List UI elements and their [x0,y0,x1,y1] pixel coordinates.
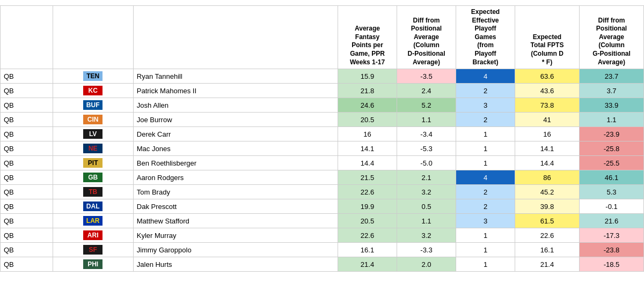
cell-player: Joe Burrow [133,113,338,127]
cell-diff-pos: -5.3 [397,141,456,156]
cell-exp-total: 16.1 [515,243,580,257]
cell-avg: 14.4 [338,156,397,170]
cell-exp-games: 2 [456,199,515,214]
table-row: QBDALDak Prescott19.90.5239.8-0.1 [1,199,644,214]
cell-team: GB [53,170,133,185]
cell-position: QB [1,243,53,257]
team-badge: TEN [83,71,103,81]
cell-diff-g: 5.3 [580,185,644,199]
cell-diff-pos: 1.1 [397,214,456,228]
table-row: QBTENRyan Tannehill15.9-3.5463.623.7 [1,69,644,84]
cell-team: PIT [53,156,133,170]
cell-diff-pos: -3.3 [397,243,456,257]
cell-player: Derek Carr [133,127,338,141]
cell-diff-pos: 1.1 [397,113,456,127]
cell-player: Tom Brady [133,185,338,199]
team-badge: BUF [83,100,103,110]
cell-exp-games: 1 [456,141,515,156]
main-container: AverageFantasyPoints perGame, PPRWeeks 1… [0,0,644,277]
cell-diff-pos: 3.2 [397,185,456,199]
cell-diff-pos: -3.5 [397,69,456,84]
header-position [1,6,53,69]
team-badge: PHI [83,259,103,269]
cell-position: QB [1,98,53,113]
cell-position: QB [1,257,53,272]
cell-avg: 21.4 [338,257,397,272]
table-row: QBLVDerek Carr16-3.4116-23.9 [1,127,644,141]
team-badge: NE [83,144,103,153]
cell-player: Dak Prescott [133,199,338,214]
cell-diff-pos: 0.5 [397,199,456,214]
header-diff-pos: Diff fromPositionalAverage(ColumnD-Posit… [397,6,456,69]
cell-exp-total: 39.8 [515,199,580,214]
cell-diff-g: 3.7 [580,84,644,98]
cell-exp-games: 1 [456,243,515,257]
cell-exp-total: 22.6 [515,228,580,243]
cell-exp-games: 3 [456,214,515,228]
cell-avg: 24.6 [338,98,397,113]
cell-player: Matthew Stafford [133,214,338,228]
team-badge: KC [83,86,103,95]
cell-position: QB [1,156,53,170]
cell-player: Kyler Murray [133,228,338,243]
cell-position: QB [1,185,53,199]
header-exp-total: ExpectedTotal FPTS(Column D* F) [515,6,580,69]
cell-diff-g: 23.7 [580,69,644,84]
cell-avg: 22.6 [338,228,397,243]
cell-exp-games: 2 [456,185,515,199]
cell-team: LV [53,127,133,141]
cell-avg: 19.9 [338,199,397,214]
cell-exp-total: 14.1 [515,141,580,156]
team-badge: ARI [83,230,103,240]
table-row: QBGBAaron Rodgers21.52.148646.1 [1,170,644,185]
cell-exp-total: 63.6 [515,69,580,84]
cell-player: Aaron Rodgers [133,170,338,185]
team-badge: CIN [83,115,103,124]
cell-diff-pos: 5.2 [397,98,456,113]
cell-team: PHI [53,257,133,272]
cell-exp-games: 2 [456,84,515,98]
cell-diff-g: 21.6 [580,214,644,228]
table-row: QBPHIJalen Hurts21.42.0121.4-18.5 [1,257,644,272]
cell-team: ARI [53,228,133,243]
table-row: QBARIKyler Murray22.63.2122.6-17.3 [1,228,644,243]
cell-diff-g: 33.9 [580,98,644,113]
cell-exp-games: 1 [456,127,515,141]
cell-diff-pos: 2.0 [397,257,456,272]
cell-position: QB [1,141,53,156]
header-exp-games: ExpectedEffectivePlayoffGames(fromPlayof… [456,6,515,69]
cell-team: KC [53,84,133,98]
cell-exp-total: 41 [515,113,580,127]
cell-team: NE [53,141,133,156]
cell-diff-pos: -3.4 [397,127,456,141]
cell-avg: 20.5 [338,113,397,127]
cell-team: TB [53,185,133,199]
cell-exp-games: 1 [456,156,515,170]
header-diff-g: Diff fromPositionalAverage(ColumnG-Posit… [580,6,644,69]
cell-avg: 21.8 [338,84,397,98]
cell-team: BUF [53,98,133,113]
cell-player: Jimmy Garoppolo [133,243,338,257]
cell-team: CIN [53,113,133,127]
team-badge: LV [83,129,103,139]
table-row: QBNEMac Jones14.1-5.3114.1-25.8 [1,141,644,156]
cell-exp-total: 16 [515,127,580,141]
cell-team: SF [53,243,133,257]
cell-diff-g: -25.5 [580,156,644,170]
cell-position: QB [1,214,53,228]
cell-exp-games: 1 [456,228,515,243]
table-row: QBSFJimmy Garoppolo16.1-3.3116.1-23.8 [1,243,644,257]
cell-exp-total: 73.8 [515,98,580,113]
cell-position: QB [1,69,53,84]
team-badge: PIT [83,158,103,168]
cell-player: Ryan Tannehill [133,69,338,84]
table-row: QBCINJoe Burrow20.51.12411.1 [1,113,644,127]
cell-player: Mac Jones [133,141,338,156]
cell-exp-total: 43.6 [515,84,580,98]
cell-avg: 14.1 [338,141,397,156]
cell-player: Jalen Hurts [133,257,338,272]
cell-avg: 20.5 [338,214,397,228]
cell-diff-g: -18.5 [580,257,644,272]
stats-table: AverageFantasyPoints perGame, PPRWeeks 1… [0,5,644,272]
cell-exp-games: 1 [456,257,515,272]
